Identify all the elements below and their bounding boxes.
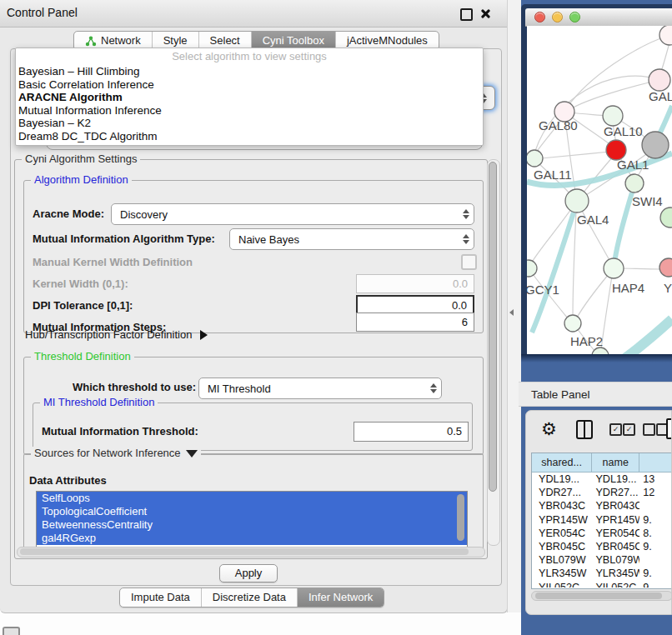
- table-row[interactable]: YPR145W YPR145W 9.: [532, 513, 672, 527]
- mi-steps-input[interactable]: 6: [356, 312, 474, 332]
- network-node[interactable]: [592, 348, 609, 354]
- table-row[interactable]: YER054C YER054C 8.: [532, 527, 672, 540]
- table-cell[interactable]: YBR043C: [592, 499, 639, 512]
- list-item[interactable]: SelfLoops: [37, 492, 467, 505]
- scrollbar-thumb[interactable]: [535, 592, 662, 599]
- panel-divider[interactable]: [507, 0, 521, 612]
- network-node-gcy1[interactable]: [527, 260, 537, 277]
- table-row[interactable]: YBL079W YBL079W: [532, 553, 672, 567]
- close-icon[interactable]: [480, 8, 491, 19]
- mi-threshold-input[interactable]: 0.5: [354, 422, 469, 442]
- dropdown-option[interactable]: Bayesian – K2: [16, 117, 483, 130]
- kernel-width-input[interactable]: 0.0: [356, 274, 474, 293]
- zoom-traffic-light-icon[interactable]: [569, 12, 580, 22]
- columns-icon[interactable]: [576, 420, 593, 439]
- settings-vertical-scrollbar[interactable]: [487, 159, 500, 546]
- network-node[interactable]: [649, 69, 670, 91]
- hub-definition-expander[interactable]: Hub/Transcription Factor Definition: [25, 328, 208, 341]
- table-cell[interactable]: 9.: [639, 513, 672, 527]
- table-cell[interactable]: YBR045C: [532, 540, 592, 553]
- network-node[interactable]: [660, 208, 672, 228]
- select-unchecked-icon[interactable]: [643, 423, 655, 436]
- table-cell[interactable]: YDL19...: [532, 472, 592, 486]
- table-cell[interactable]: 9: [639, 581, 672, 588]
- network-node-hap2[interactable]: [564, 315, 581, 332]
- table-cell[interactable]: YIL052C: [592, 581, 639, 588]
- dropdown-option[interactable]: Mutual Information Inference: [16, 104, 483, 118]
- aracne-mode-select[interactable]: Discovery: [111, 203, 474, 225]
- column-header-cropped[interactable]: [639, 453, 672, 472]
- table-cell[interactable]: YBL079W: [592, 553, 639, 567]
- table-cell[interactable]: YIL052C: [532, 581, 592, 588]
- table-cell[interactable]: YER054C: [592, 527, 639, 540]
- table-cell[interactable]: [639, 499, 672, 512]
- network-view-window[interactable]: GAL GAL80 GAL10 GAL1 GAL11 SWI4 GAL4 GCY…: [521, 4, 672, 361]
- minimize-traffic-light-icon[interactable]: [552, 12, 563, 22]
- table-row[interactable]: YBR045C YBR045C 9.: [532, 540, 672, 553]
- list-item[interactable]: BetweennessCentrality: [37, 518, 467, 532]
- collapsed-panel-button[interactable]: [3, 627, 20, 635]
- network-node-gray[interactable]: [642, 132, 669, 158]
- table-cell[interactable]: YDL19...: [592, 472, 639, 486]
- column-header-shared[interactable]: shared...: [532, 453, 592, 472]
- table-cell[interactable]: YLR345W: [592, 567, 639, 580]
- table-row[interactable]: YDR27... YDR27... 12: [532, 486, 672, 499]
- network-node-gal11[interactable]: [527, 150, 543, 167]
- manual-kernel-checkbox[interactable]: [461, 254, 477, 270]
- table-cell[interactable]: YLR345W: [532, 567, 592, 580]
- tab-infer-network[interactable]: Infer Network: [297, 588, 384, 607]
- dropdown-option[interactable]: Bayesian – Hill Climbing: [16, 65, 483, 78]
- network-node-gal4[interactable]: [565, 189, 589, 212]
- tab-discretize-data[interactable]: Discretize Data: [201, 588, 297, 607]
- scrollbar-thumb[interactable]: [489, 162, 497, 492]
- scrollbar-thumb[interactable]: [20, 548, 469, 555]
- table-cell[interactable]: YDR27...: [532, 486, 592, 499]
- table-row[interactable]: YDL19... YDL19... 13: [532, 472, 672, 486]
- table-cell[interactable]: YER054C: [532, 527, 592, 540]
- document-icon[interactable]: [666, 418, 672, 439]
- table-cell[interactable]: YPR145W: [532, 513, 592, 527]
- table-cell[interactable]: 8.: [639, 527, 672, 540]
- which-threshold-select[interactable]: MI Threshold: [198, 378, 442, 399]
- table-cell[interactable]: YDR27...: [592, 486, 639, 499]
- apply-button[interactable]: Apply: [219, 564, 278, 582]
- table-cell[interactable]: 9.: [639, 540, 672, 553]
- network-canvas[interactable]: GAL GAL80 GAL10 GAL1 GAL11 SWI4 GAL4 GCY…: [527, 26, 672, 354]
- select-checked-icon[interactable]: ✓: [623, 423, 635, 436]
- column-header-name[interactable]: name: [592, 453, 639, 472]
- list-item[interactable]: TopologicalCoefficient: [37, 505, 467, 518]
- network-node-gal10[interactable]: [603, 106, 623, 126]
- splitter-collapse-icon[interactable]: [509, 309, 514, 316]
- table-row[interactable]: YBR043C YBR043C: [532, 499, 672, 512]
- table-row[interactable]: YIL052C YIL052C 9: [532, 581, 672, 588]
- table-row[interactable]: YLR345W YLR345W 9.: [532, 567, 672, 580]
- table-cell[interactable]: YBR045C: [592, 540, 639, 553]
- list-item[interactable]: gal4RGexp: [37, 532, 467, 545]
- dropdown-option[interactable]: Dream8 DC_TDC Algorithm: [16, 130, 483, 143]
- gear-icon[interactable]: ⚙: [541, 418, 557, 440]
- float-window-icon[interactable]: [460, 8, 473, 21]
- table-cell[interactable]: [639, 553, 672, 567]
- mi-type-select[interactable]: Naive Bayes: [229, 228, 474, 250]
- dropdown-option-highlighted[interactable]: ARACNE Algorithm: [16, 91, 483, 104]
- table-cell[interactable]: 13: [639, 472, 672, 486]
- select-checked-icon[interactable]: ✓: [609, 423, 622, 436]
- table-cell[interactable]: YPR145W: [592, 513, 639, 527]
- table-cell[interactable]: YBR043C: [532, 499, 592, 512]
- network-node-swi4[interactable]: [625, 174, 644, 192]
- close-traffic-light-icon[interactable]: [534, 12, 545, 22]
- list-vertical-scrollbar[interactable]: [457, 494, 464, 541]
- network-node[interactable]: [659, 26, 672, 45]
- network-node-salmon[interactable]: [659, 258, 672, 277]
- table-cell[interactable]: YBL079W: [532, 553, 592, 567]
- sources-collapser[interactable]: Sources for Network Inference: [31, 447, 201, 459]
- data-attributes-list[interactable]: SelfLoops TopologicalCoefficient Between…: [36, 491, 468, 552]
- settings-horizontal-scrollbar[interactable]: [17, 547, 485, 558]
- dropdown-option[interactable]: Basic Correlation Inference: [16, 78, 483, 92]
- table-cell[interactable]: 12: [639, 486, 672, 499]
- table-cell[interactable]: 9.: [639, 567, 672, 580]
- network-node-hap4[interactable]: [604, 258, 624, 278]
- tab-impute-data[interactable]: Impute Data: [120, 588, 201, 607]
- table-horizontal-scrollbar[interactable]: [531, 591, 672, 601]
- network-window-titlebar[interactable]: [525, 8, 672, 27]
